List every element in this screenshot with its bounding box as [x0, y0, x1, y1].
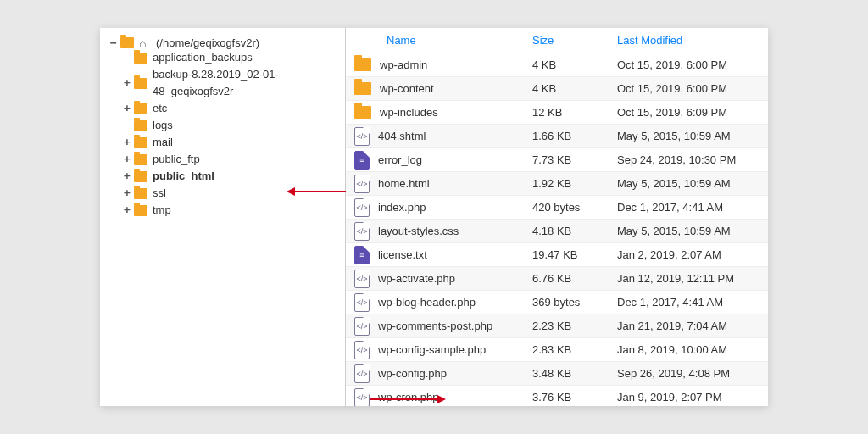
file-name: home.html	[378, 177, 430, 190]
tree-root-label: (/home/geqixogfsv2r)	[156, 36, 259, 49]
expand-icon[interactable]: +	[122, 168, 132, 185]
tree-item-label: public_ftp	[153, 151, 200, 168]
tree-item[interactable]: +public_ftp	[122, 151, 340, 168]
file-modified: Oct 15, 2019, 6:09 PM	[617, 106, 760, 119]
file-icon: </>	[354, 175, 370, 193]
file-name: wp-content	[380, 82, 434, 95]
file-row[interactable]: ≡license.txt19.47 KBJan 2, 2019, 2:07 AM	[346, 243, 768, 267]
file-size: 4 KB	[532, 58, 617, 71]
expand-icon[interactable]: +	[122, 75, 132, 92]
file-modified: Jan 2, 2019, 2:07 AM	[617, 248, 760, 261]
file-modified: May 5, 2015, 10:59 AM	[617, 130, 760, 142]
file-size: 3.76 KB	[532, 391, 617, 403]
tree-item-label: etc	[153, 100, 167, 117]
file-icon: </>	[354, 222, 370, 241]
file-size: 4 KB	[532, 82, 617, 95]
file-icon: </>	[354, 293, 370, 312]
tree-item[interactable]: +application_backups	[122, 49, 340, 66]
file-row[interactable]: </>layout-styles.css4.18 KBMay 5, 2015, …	[346, 220, 768, 243]
file-size: 12 KB	[532, 106, 617, 119]
file-size: 1.92 KB	[532, 177, 617, 190]
folder-icon	[354, 106, 371, 119]
expand-icon[interactable]: +	[122, 100, 132, 117]
expand-icon[interactable]: +	[122, 185, 132, 202]
expand-icon[interactable]: +	[122, 151, 132, 168]
file-row[interactable]: wp-content4 KBOct 15, 2019, 6:00 PM	[346, 77, 768, 101]
tree-item[interactable]: +mail	[122, 134, 340, 151]
file-icon: </>	[354, 341, 370, 359]
file-name: 404.shtml	[378, 130, 426, 142]
folder-icon	[134, 154, 147, 165]
column-header-modified[interactable]: Last Modified	[617, 34, 760, 47]
folder-icon	[134, 53, 147, 64]
expand-icon[interactable]: +	[122, 202, 132, 219]
file-icon: </>	[354, 270, 370, 288]
file-icon: </>	[354, 198, 370, 217]
file-size: 3.48 KB	[532, 367, 617, 380]
tree-item-label: logs	[153, 117, 173, 134]
file-modified: Oct 15, 2019, 6:00 PM	[617, 82, 760, 95]
file-row[interactable]: </>wp-comments-post.php2.23 KBJan 21, 20…	[346, 314, 768, 338]
file-name: wp-cron.php	[378, 391, 439, 403]
file-modified: May 5, 2015, 10:59 AM	[617, 225, 760, 237]
annotation-arrow	[295, 191, 346, 192]
file-name: wp-includes	[380, 106, 438, 119]
file-icon: </>	[354, 127, 370, 146]
file-name: index.php	[378, 201, 426, 214]
tree-item[interactable]: +logs	[122, 117, 340, 134]
file-list-header[interactable]: Name Size Last Modified	[346, 28, 768, 53]
file-row[interactable]: </>wp-activate.php6.76 KBJan 12, 2019, 1…	[346, 267, 768, 291]
file-size: 2.23 KB	[532, 320, 617, 332]
tree-item-label: tmp	[153, 202, 171, 219]
tree-item[interactable]: +etc	[122, 100, 340, 117]
file-icon: </>	[354, 388, 370, 407]
tree-item[interactable]: +ssl	[122, 185, 340, 202]
no-toggle: +	[122, 117, 132, 134]
file-name: wp-comments-post.php	[378, 320, 492, 332]
folder-tree-pane[interactable]: − ⌂ (/home/geqixogfsv2r) +application_ba…	[100, 28, 346, 406]
file-row[interactable]: wp-includes12 KBOct 15, 2019, 6:09 PM	[346, 101, 768, 125]
file-modified: Jan 12, 2019, 12:11 PM	[617, 272, 760, 285]
folder-icon	[134, 171, 147, 182]
tree-item[interactable]: +public_html	[122, 168, 340, 185]
expand-icon[interactable]: +	[122, 134, 132, 151]
file-row[interactable]: </>index.php420 bytesDec 1, 2017, 4:41 A…	[346, 196, 768, 220]
home-icon: ⌂	[139, 37, 151, 49]
file-icon: ≡	[354, 246, 370, 264]
file-row[interactable]: ≡error_log7.73 KBSep 24, 2019, 10:30 PM	[346, 148, 768, 172]
tree-item[interactable]: +tmp	[122, 202, 340, 219]
file-row[interactable]: </>home.html1.92 KBMay 5, 2015, 10:59 AM	[346, 172, 768, 196]
file-row[interactable]: </>404.shtml1.66 KBMay 5, 2015, 10:59 AM	[346, 125, 768, 148]
folder-icon	[134, 78, 147, 89]
file-modified: Jan 21, 2019, 7:04 AM	[617, 320, 760, 332]
file-modified: Jan 9, 2019, 2:07 PM	[617, 391, 760, 403]
file-name: wp-blog-header.php	[378, 296, 476, 309]
file-modified: May 5, 2015, 10:59 AM	[617, 177, 760, 190]
file-size: 2.83 KB	[532, 343, 617, 356]
file-modified: Jan 8, 2019, 10:00 AM	[617, 343, 760, 356]
file-name: wp-activate.php	[378, 272, 455, 285]
file-row[interactable]: wp-admin4 KBOct 15, 2019, 6:00 PM	[346, 53, 768, 77]
file-size: 369 bytes	[532, 296, 617, 309]
annotation-arrow	[370, 398, 437, 400]
no-toggle: +	[122, 49, 132, 66]
file-size: 4.18 KB	[532, 225, 617, 237]
file-row[interactable]: </>wp-blog-header.php369 bytesDec 1, 201…	[346, 291, 768, 314]
file-modified: Dec 1, 2017, 4:41 AM	[617, 296, 760, 309]
file-size: 420 bytes	[532, 201, 617, 214]
file-name: error_log	[378, 153, 422, 166]
tree-item[interactable]: +backup-8.28.2019_02-01-48_geqixogfsv2r	[122, 66, 340, 100]
file-icon: </>	[354, 364, 370, 383]
collapse-icon[interactable]: −	[108, 36, 119, 49]
file-name: wp-config-sample.php	[378, 343, 486, 356]
file-row[interactable]: </>wp-cron.php3.76 KBJan 9, 2019, 2:07 P…	[346, 386, 768, 406]
folder-icon	[134, 205, 147, 216]
file-row[interactable]: </>wp-config.php3.48 KBSep 26, 2019, 4:0…	[346, 362, 768, 386]
column-header-name[interactable]: Name	[354, 34, 532, 47]
file-row[interactable]: </>wp-config-sample.php2.83 KBJan 8, 201…	[346, 338, 768, 362]
folder-icon	[120, 37, 134, 48]
tree-item-label: ssl	[153, 185, 166, 202]
column-header-size[interactable]: Size	[532, 34, 617, 47]
tree-root[interactable]: − ⌂ (/home/geqixogfsv2r)	[108, 36, 340, 49]
folder-icon	[354, 58, 371, 71]
